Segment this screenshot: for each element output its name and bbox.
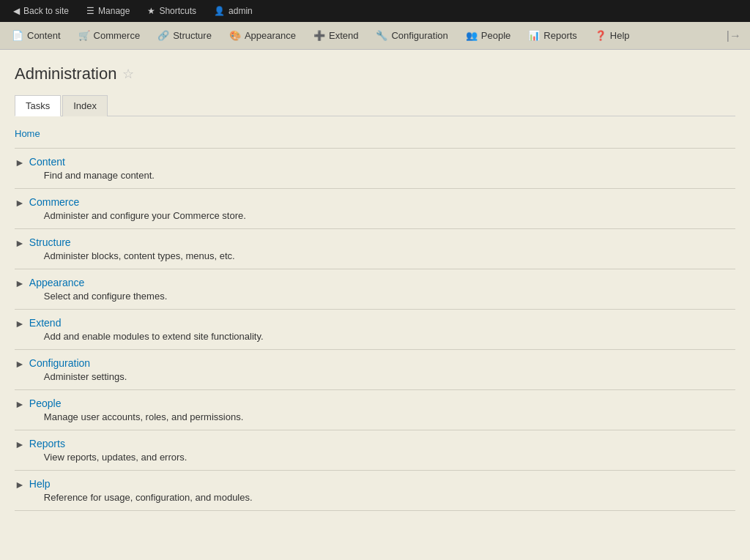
admin-section: ► Commerce Administer and configure your… xyxy=(15,188,735,228)
star-toolbar-icon: ★ xyxy=(147,6,155,16)
section-description: Administer and configure your Commerce s… xyxy=(44,210,246,221)
section-arrow-icon[interactable]: ► xyxy=(15,398,25,410)
main-content: Administration ☆ Tasks Index Home ► Cont… xyxy=(0,50,750,560)
section-header: ► Commerce Administer and configure your… xyxy=(15,196,735,221)
section-header: ► People Manage user accounts, roles, an… xyxy=(15,397,735,422)
nav-reports[interactable]: 📊 Reports xyxy=(519,22,586,49)
section-arrow-icon[interactable]: ► xyxy=(15,157,25,168)
nav-structure[interactable]: 🔗 Structure xyxy=(149,22,220,49)
shortcuts-label: Shortcuts xyxy=(159,6,196,16)
admin-section: ► Configuration Administer settings. xyxy=(15,349,735,389)
admin-section: ► Extend Add and enable modules to exten… xyxy=(15,309,735,349)
nav-extend-label: Extend xyxy=(329,30,358,41)
nav-structure-label: Structure xyxy=(173,30,212,41)
section-title-link[interactable]: Appearance xyxy=(29,277,85,288)
admin-user-button[interactable]: 👤 admin xyxy=(207,0,260,22)
section-title-link[interactable]: Commerce xyxy=(29,196,79,208)
people-nav-icon: 👥 xyxy=(466,30,478,41)
admin-sections: ► Content Find and manage content. ► Com… xyxy=(15,148,735,511)
admin-section: ► People Manage user accounts, roles, an… xyxy=(15,389,735,430)
section-description: View reports, updates, and errors. xyxy=(44,452,188,463)
nav-bar: 📄 Content 🛒 Commerce 🔗 Structure 🎨 Appea… xyxy=(0,22,750,50)
section-description: Find and manage content. xyxy=(44,170,155,181)
breadcrumb: Home xyxy=(15,128,735,139)
nav-commerce[interactable]: 🛒 Commerce xyxy=(70,22,149,49)
arrow-left-icon: ◀ xyxy=(13,6,20,16)
section-header: ► Structure Administer blocks, content t… xyxy=(15,236,735,261)
section-arrow-icon[interactable]: ► xyxy=(15,358,25,370)
section-title-link[interactable]: Configuration xyxy=(29,357,90,369)
section-title-link[interactable]: Reports xyxy=(29,438,65,449)
nav-help-label: Help xyxy=(610,30,630,41)
section-arrow-icon[interactable]: ► xyxy=(15,318,25,329)
section-title-link[interactable]: Content xyxy=(29,156,65,168)
help-nav-icon: ❓ xyxy=(595,30,606,41)
section-arrow-icon[interactable]: ► xyxy=(15,479,25,490)
shortcuts-button[interactable]: ★ Shortcuts xyxy=(140,0,204,22)
nav-appearance-label: Appearance xyxy=(245,30,296,41)
section-header: ► Extend Add and enable modules to exten… xyxy=(15,317,735,342)
section-arrow-icon[interactable]: ► xyxy=(15,237,25,249)
nav-commerce-label: Commerce xyxy=(94,30,141,41)
section-title-link[interactable]: Extend xyxy=(29,317,62,329)
manage-button[interactable]: ☰ Manage xyxy=(79,0,137,22)
structure-nav-icon: 🔗 xyxy=(157,30,169,41)
manage-label: Manage xyxy=(98,6,130,16)
nav-help[interactable]: ❓ Help xyxy=(586,22,639,49)
page-tabs: Tasks Index xyxy=(15,95,735,116)
nav-separator: |→ xyxy=(721,29,747,42)
admin-label: admin xyxy=(229,6,253,16)
section-description: Manage user accounts, roles, and permiss… xyxy=(44,411,243,422)
nav-people-label: People xyxy=(481,30,510,41)
tab-index[interactable]: Index xyxy=(62,95,108,116)
section-header: ► Reports View reports, updates, and err… xyxy=(15,438,735,463)
user-icon: 👤 xyxy=(214,6,225,16)
extend-nav-icon: ➕ xyxy=(313,30,325,41)
nav-people[interactable]: 👥 People xyxy=(457,22,519,49)
page-title: Administration ☆ xyxy=(15,64,735,83)
configuration-nav-icon: 🔧 xyxy=(376,30,387,41)
content-nav-icon: 📄 xyxy=(12,30,23,41)
section-title-link[interactable]: Structure xyxy=(29,236,71,248)
admin-section: ► Reports View reports, updates, and err… xyxy=(15,430,735,470)
back-to-site-label: Back to site xyxy=(23,6,69,16)
commerce-nav-icon: 🛒 xyxy=(78,30,90,41)
menu-icon: ☰ xyxy=(86,6,94,16)
section-header: ► Configuration Administer settings. xyxy=(15,357,735,382)
admin-section: ► Content Find and manage content. xyxy=(15,148,735,188)
tab-tasks[interactable]: Tasks xyxy=(15,95,61,116)
appearance-nav-icon: 🎨 xyxy=(229,30,241,41)
favorite-star-icon[interactable]: ☆ xyxy=(122,66,134,82)
admin-toolbar: ◀ Back to site ☰ Manage ★ Shortcuts 👤 ad… xyxy=(0,0,750,22)
nav-appearance[interactable]: 🎨 Appearance xyxy=(220,22,305,49)
section-description: Select and configure themes. xyxy=(44,291,167,302)
section-arrow-icon[interactable]: ► xyxy=(15,438,25,450)
section-arrow-icon[interactable]: ► xyxy=(15,197,25,209)
section-title-link[interactable]: People xyxy=(29,397,62,409)
nav-extend[interactable]: ➕ Extend xyxy=(305,22,367,49)
admin-section: ► Structure Administer blocks, content t… xyxy=(15,228,735,269)
section-header: ► Appearance Select and configure themes… xyxy=(15,277,735,302)
section-description: Reference for usage, configuration, and … xyxy=(44,492,253,503)
reports-nav-icon: 📊 xyxy=(528,30,540,41)
back-to-site-button[interactable]: ◀ Back to site xyxy=(6,0,76,22)
page-title-text: Administration xyxy=(15,64,116,83)
section-description: Add and enable modules to extend site fu… xyxy=(44,331,264,342)
nav-content[interactable]: 📄 Content xyxy=(3,22,70,49)
section-description: Administer settings. xyxy=(44,371,127,382)
nav-content-label: Content xyxy=(27,30,61,41)
admin-section: ► Help Reference for usage, configuratio… xyxy=(15,470,735,511)
section-arrow-icon[interactable]: ► xyxy=(15,277,25,289)
section-title-link[interactable]: Help xyxy=(29,478,51,490)
section-description: Administer blocks, content types, menus,… xyxy=(44,250,235,261)
section-header: ► Help Reference for usage, configuratio… xyxy=(15,478,735,503)
nav-configuration[interactable]: 🔧 Configuration xyxy=(367,22,456,49)
nav-reports-label: Reports xyxy=(543,30,577,41)
admin-section: ► Appearance Select and configure themes… xyxy=(15,269,735,309)
nav-configuration-label: Configuration xyxy=(391,30,448,41)
section-header: ► Content Find and manage content. xyxy=(15,156,735,181)
breadcrumb-home-link[interactable]: Home xyxy=(15,128,40,139)
